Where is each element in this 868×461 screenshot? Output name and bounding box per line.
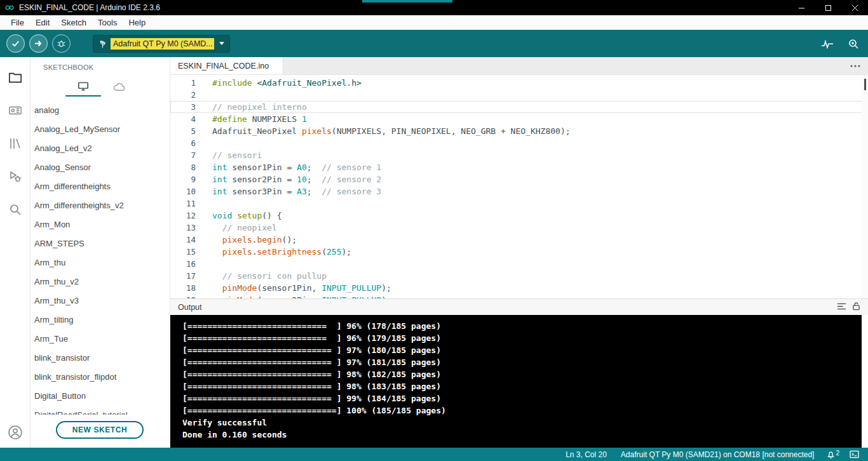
sketch-item[interactable]: Arm_Mon bbox=[31, 215, 170, 234]
line-number: 10 bbox=[170, 185, 202, 197]
search-icon[interactable] bbox=[0, 194, 31, 225]
code-line[interactable]: 19 pinMode(sensor2Pin, INPUT_PULLUP); bbox=[170, 294, 868, 298]
notification-count: 2 bbox=[836, 450, 839, 457]
editor-column: ESKIN_FINAL_CODE.ino 1#include <Adafruit… bbox=[170, 57, 868, 448]
code-line[interactable]: 3// neopixel interno bbox=[170, 101, 868, 113]
menu-help[interactable]: Help bbox=[123, 18, 151, 27]
line-number: 8 bbox=[170, 161, 202, 173]
line-number: 9 bbox=[170, 173, 202, 185]
verify-button[interactable] bbox=[6, 34, 25, 53]
sketchbook-panel: SKETCHBOOK analogAnalog_Led_MySensorAnal… bbox=[31, 57, 170, 448]
menu-edit[interactable]: Edit bbox=[30, 18, 55, 27]
line-number: 11 bbox=[170, 197, 202, 210]
tab-cloud-sketchbook[interactable] bbox=[101, 77, 137, 97]
window-controls bbox=[788, 0, 868, 15]
background-window-strip bbox=[362, 0, 452, 3]
code-line[interactable]: 16 bbox=[170, 258, 868, 270]
sketch-item[interactable]: Arm_thu_v2 bbox=[31, 272, 170, 291]
serial-plotter-icon[interactable] bbox=[821, 39, 834, 49]
sketch-item[interactable]: Arm_thu_v3 bbox=[31, 291, 170, 310]
account-icon[interactable] bbox=[0, 425, 31, 440]
sketch-item[interactable]: Analog_Led_MySensor bbox=[31, 119, 170, 138]
sketch-item[interactable]: Arm_tilting bbox=[31, 310, 170, 329]
code-line[interactable]: 18 pinMode(sensor1Pin, INPUT_PULLUP); bbox=[170, 282, 868, 294]
code-line[interactable]: 4#define NUMPIXELS 1 bbox=[170, 113, 868, 125]
line-number: 17 bbox=[170, 270, 202, 282]
code-line[interactable]: 14 pixels.begin(); bbox=[170, 234, 868, 246]
board-selector-dropdown[interactable]: Adafruit QT Py M0 (SAMD... bbox=[93, 35, 230, 53]
maximize-button[interactable] bbox=[815, 0, 841, 15]
editor-scrollbar[interactable] bbox=[862, 75, 868, 298]
console-line: [============================ ] 96% (178… bbox=[182, 320, 862, 332]
usb-icon bbox=[98, 39, 107, 48]
more-actions-icon[interactable] bbox=[850, 57, 860, 75]
serial-monitor-icon[interactable] bbox=[848, 38, 859, 50]
code-line[interactable]: 5Adafruit_NeoPixel pixels(NUMPIXELS, PIN… bbox=[170, 125, 868, 137]
minimize-button[interactable] bbox=[788, 0, 815, 15]
code-line[interactable]: 11 bbox=[170, 197, 868, 210]
console-line: [============================= ] 98% (18… bbox=[182, 368, 862, 380]
code-line[interactable]: 6 bbox=[170, 137, 868, 149]
scroll-lock-icon[interactable] bbox=[852, 302, 860, 313]
sketch-item[interactable]: Analog_Sensor bbox=[31, 157, 170, 177]
line-number: 13 bbox=[170, 222, 202, 234]
sketch-item[interactable]: ARM_STEPS bbox=[31, 234, 170, 253]
serial-toggle-icon[interactable] bbox=[850, 450, 859, 458]
sketch-item[interactable]: blink_transistor bbox=[31, 348, 170, 367]
console-line: [============================= ] 99% (18… bbox=[182, 392, 862, 404]
sketch-item[interactable]: Digital_Button bbox=[31, 386, 170, 405]
code-text bbox=[202, 89, 212, 101]
code-line[interactable]: 15 pixels.setBrightness(255); bbox=[170, 246, 868, 258]
code-line[interactable]: 7// sensori bbox=[170, 149, 868, 161]
code-line[interactable]: 9int sensor2Pin = 10; // sensore 2 bbox=[170, 173, 868, 185]
line-number: 16 bbox=[170, 258, 202, 270]
line-number: 7 bbox=[170, 149, 202, 161]
sketch-item[interactable]: Arm_thu bbox=[31, 253, 170, 272]
sketch-item[interactable]: Arm_differentheights_v2 bbox=[31, 196, 170, 215]
menu-tools[interactable]: Tools bbox=[92, 18, 123, 27]
sketch-item[interactable]: analog bbox=[31, 100, 170, 119]
code-area[interactable]: 1#include <Adafruit_NeoPixel.h>23// neop… bbox=[170, 75, 868, 298]
tab-local-sketchbook[interactable] bbox=[65, 77, 101, 97]
notifications-bell-icon[interactable]: 2 bbox=[827, 450, 839, 459]
library-manager-icon[interactable] bbox=[0, 128, 31, 159]
code-line[interactable]: 13 // neopixel bbox=[170, 222, 868, 234]
board-connection-status[interactable]: Adafruit QT Py M0 (SAMD21) on COM18 [not… bbox=[621, 450, 815, 459]
code-text: // neopixel bbox=[202, 222, 277, 234]
cursor-position[interactable]: Ln 3, Col 20 bbox=[566, 450, 607, 459]
menu-file[interactable]: File bbox=[5, 18, 30, 27]
code-line[interactable]: 1#include <Adafruit_NeoPixel.h> bbox=[170, 77, 868, 89]
line-number: 4 bbox=[170, 113, 202, 125]
tab-eskin-final-code[interactable]: ESKIN_FINAL_CODE.ino bbox=[170, 57, 283, 74]
code-line[interactable]: 8int sensor1Pin = A0; // sensore 1 bbox=[170, 161, 868, 173]
debugger-icon[interactable] bbox=[0, 161, 31, 192]
close-button[interactable] bbox=[841, 0, 868, 15]
sketchbook-folder-icon[interactable] bbox=[0, 62, 31, 93]
code-line[interactable]: 17 // sensori con pullup bbox=[170, 270, 868, 282]
code-text: Adafruit_NeoPixel pixels(NUMPIXELS, PIN_… bbox=[202, 125, 571, 137]
debug-button[interactable] bbox=[52, 34, 71, 53]
sketch-item[interactable]: blink_transistor_flipdot bbox=[31, 367, 170, 386]
code-line[interactable]: 10int sensor3Pin = A3; // sensore 3 bbox=[170, 185, 868, 197]
code-text: int sensor2Pin = 10; // sensore 2 bbox=[202, 173, 381, 185]
code-line[interactable]: 12void setup() { bbox=[170, 210, 868, 222]
code-text: void setup() { bbox=[202, 210, 282, 222]
activity-bar bbox=[0, 57, 31, 448]
upload-button[interactable] bbox=[29, 34, 48, 53]
clear-output-icon[interactable] bbox=[837, 302, 846, 313]
code-text bbox=[202, 258, 212, 270]
sketch-item[interactable]: Analog_Led_v2 bbox=[31, 138, 170, 157]
sketch-item[interactable]: Arm_Tue bbox=[31, 329, 170, 348]
sketch-item[interactable]: Arm_differentheights bbox=[31, 177, 170, 196]
console-line: [============================= ] 98% (18… bbox=[182, 380, 862, 392]
status-bar: Ln 3, Col 20 Adafruit QT Py M0 (SAMD21) … bbox=[0, 448, 868, 461]
code-line[interactable]: 2 bbox=[170, 89, 868, 101]
new-sketch-button[interactable]: NEW SKETCH bbox=[56, 421, 144, 439]
output-console[interactable]: [============================ ] 96% (178… bbox=[170, 315, 862, 448]
boards-manager-icon[interactable] bbox=[0, 95, 31, 126]
editor-scrollbar-thumb[interactable] bbox=[864, 79, 866, 90]
output-panel-header: Output bbox=[170, 298, 868, 315]
code-text: #include <Adafruit_NeoPixel.h> bbox=[202, 77, 362, 89]
menu-sketch[interactable]: Sketch bbox=[55, 18, 92, 27]
line-number: 14 bbox=[170, 234, 202, 246]
